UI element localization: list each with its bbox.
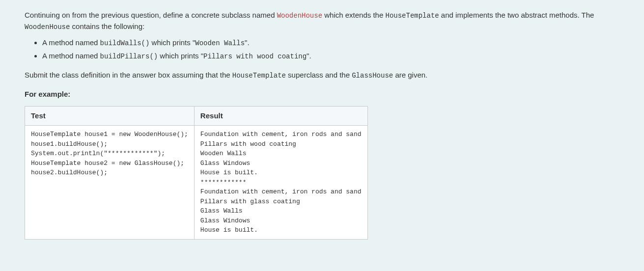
text: which prints " xyxy=(149,38,195,47)
text: Continuing on from the previous question… xyxy=(25,11,277,19)
code-text: Wooden Walls xyxy=(195,39,245,47)
table-header-result: Result xyxy=(194,106,367,126)
text: which prints " xyxy=(158,52,203,60)
text: ". xyxy=(307,52,311,60)
code-text: Pillars with wood coating xyxy=(203,53,307,60)
code-text: HouseTemplate xyxy=(385,12,439,20)
result-cell: Foundation with cement, iron rods and sa… xyxy=(194,126,367,240)
example-label: For example: xyxy=(25,89,619,100)
text: which extends the xyxy=(322,11,385,19)
text: A method named xyxy=(42,52,100,60)
table-row: HouseTemplate house1 = new WoodenHouse()… xyxy=(25,126,368,240)
question-content: Continuing on from the previous question… xyxy=(25,10,619,240)
code-text: WoodenHouse xyxy=(25,23,70,31)
example-table: Test Result HouseTemplate house1 = new W… xyxy=(25,106,368,240)
text: are given. xyxy=(393,71,427,79)
code-text: GlassHouse xyxy=(352,72,393,80)
code-text: WoodenHouse xyxy=(277,12,322,20)
test-cell: HouseTemplate house1 = new WoodenHouse()… xyxy=(25,126,195,240)
table-header-test: Test xyxy=(25,106,195,126)
intro-paragraph: Continuing on from the previous question… xyxy=(25,10,619,32)
code-text: buildPillars() xyxy=(100,53,158,60)
text: contains the following: xyxy=(70,22,144,30)
list-item: A method named buildWalls() which prints… xyxy=(42,37,619,49)
requirements-list: A method named buildWalls() which prints… xyxy=(25,37,619,62)
text: and implements the two abstract methods.… xyxy=(439,11,594,19)
text: Submit the class definition in the answe… xyxy=(25,71,232,79)
list-item: A method named buildPillars() which prin… xyxy=(42,51,619,62)
code-text: buildWalls() xyxy=(100,39,150,47)
text: ". xyxy=(245,38,250,47)
text: superclass and the xyxy=(286,71,352,79)
text: A method named xyxy=(42,38,100,47)
submit-paragraph: Submit the class definition in the answe… xyxy=(25,70,619,81)
code-text: HouseTemplate xyxy=(232,72,286,80)
